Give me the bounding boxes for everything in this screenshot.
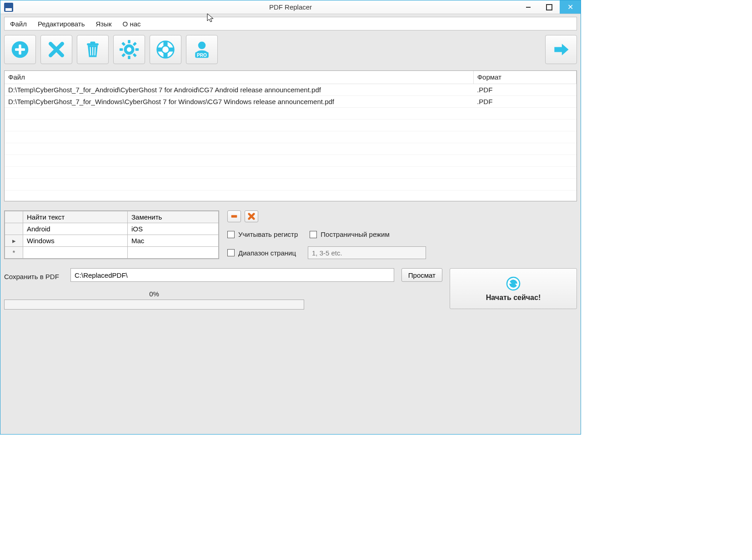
titlebar: PDF Replacer	[0, 0, 581, 14]
svg-rect-7	[128, 56, 130, 59]
svg-rect-6	[128, 40, 130, 43]
maximize-button[interactable]	[539, 0, 560, 14]
settings-button[interactable]	[113, 35, 145, 64]
svg-rect-12	[121, 42, 125, 46]
format-header[interactable]: Формат	[473, 71, 576, 84]
user-pro-icon: PRO	[192, 40, 212, 60]
minimize-button[interactable]	[518, 0, 539, 14]
svg-rect-4	[90, 42, 95, 44]
gear-icon	[119, 40, 139, 60]
x-icon	[46, 40, 66, 60]
menu-language[interactable]: Язык	[96, 20, 112, 28]
file-header[interactable]: Файл	[5, 71, 473, 84]
table-row[interactable]: D:\Temp\CyberGhost_7_for_Windows\CyberGh…	[5, 95, 577, 107]
svg-point-16	[198, 42, 206, 50]
svg-text:PRO: PRO	[197, 53, 207, 58]
start-button[interactable]: Начать сейчас!	[450, 268, 577, 309]
minus-icon	[230, 212, 238, 220]
save-path-input[interactable]	[70, 268, 394, 282]
delete-row-button[interactable]	[227, 210, 241, 222]
toolbar: PRO	[0, 30, 581, 69]
menu-about[interactable]: О нас	[123, 20, 141, 28]
case-checkbox[interactable]: Учитывать регистр	[227, 230, 298, 238]
refresh-icon	[505, 275, 521, 292]
svg-rect-10	[133, 42, 137, 46]
replace-header[interactable]: Заменить	[128, 211, 219, 223]
app-icon	[4, 3, 13, 12]
plus-icon	[10, 40, 30, 60]
clear-rows-button[interactable]	[245, 210, 258, 222]
menubar: Файл Редактировать Язык О нас	[4, 17, 577, 30]
svg-rect-8	[135, 48, 139, 51]
trash-icon	[83, 40, 103, 60]
file-list[interactable]: Файл Формат D:\Temp\CyberGhost_7_for_And…	[4, 70, 577, 201]
window-title: PDF Replacer	[0, 3, 581, 11]
lifebuoy-icon	[155, 40, 175, 60]
table-row[interactable]: ▸ Windows Mac	[5, 235, 219, 247]
add-button[interactable]	[4, 35, 36, 64]
app-window: PDF Replacer Файл Редактировать Язык О н…	[0, 0, 581, 435]
svg-point-15	[162, 46, 170, 54]
save-label: Сохранить в PDF	[4, 270, 63, 280]
svg-rect-9	[120, 48, 123, 51]
row-current-icon: ▸	[5, 235, 23, 247]
page-range-input[interactable]	[308, 246, 426, 259]
arrow-right-icon	[551, 40, 571, 60]
remove-button[interactable]	[40, 35, 72, 64]
row-new-icon: *	[5, 247, 23, 259]
svg-rect-19	[231, 215, 237, 217]
svg-rect-2	[15, 48, 25, 51]
progress-label: 0%	[4, 290, 304, 298]
close-button[interactable]	[560, 0, 581, 14]
next-button[interactable]	[545, 35, 577, 64]
page-mode-checkbox[interactable]: Постраничный режим	[310, 230, 390, 238]
page-range-checkbox[interactable]: Диапазон страниц	[227, 249, 296, 257]
replace-grid[interactable]: Найти текст Заменить Android iOS ▸ Windo…	[4, 210, 219, 259]
help-button[interactable]	[150, 35, 181, 64]
table-row[interactable]: *	[5, 247, 219, 259]
table-row[interactable]: Android iOS	[5, 223, 219, 235]
menu-file[interactable]: Файл	[10, 20, 27, 28]
find-header[interactable]: Найти текст	[23, 211, 128, 223]
pro-button[interactable]: PRO	[186, 35, 218, 64]
clear-button[interactable]	[77, 35, 109, 64]
svg-rect-11	[121, 53, 125, 57]
table-row[interactable]: D:\Temp\CyberGhost_7_for_Android\CyberGh…	[5, 84, 577, 95]
menu-edit[interactable]: Редактировать	[38, 20, 85, 28]
browse-button[interactable]: Просмат	[401, 268, 442, 282]
x-orange-icon	[247, 212, 256, 220]
svg-point-5	[125, 46, 133, 54]
progress-bar	[4, 300, 304, 310]
svg-rect-13	[133, 53, 137, 57]
